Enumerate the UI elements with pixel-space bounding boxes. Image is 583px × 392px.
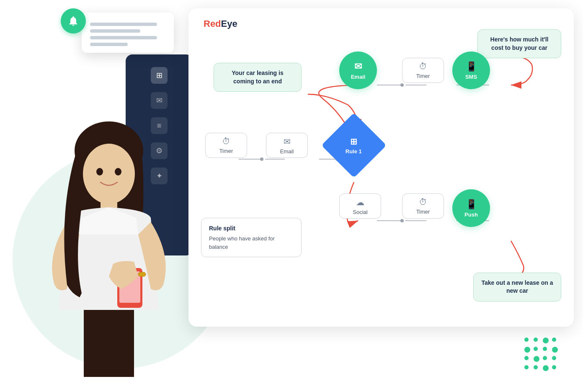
dot-12	[552, 356, 556, 360]
svg-point-2	[83, 144, 135, 204]
timer-bot-icon: ⏱	[419, 197, 427, 207]
bell-icon	[61, 8, 86, 34]
email-mid-icon: ✉	[284, 137, 291, 147]
svg-point-10	[400, 83, 404, 87]
node-timer-top: ⏱ Timer	[402, 58, 444, 83]
dot-grid	[524, 338, 558, 371]
rule1-content: ⊞ Rule 1	[346, 136, 362, 154]
dot-14	[534, 365, 538, 369]
node-timer-bot: ⏱ Timer	[402, 193, 444, 219]
logo-eye: Eye	[221, 18, 237, 29]
svg-point-16	[400, 219, 404, 222]
rule-split-box: Rule split People who have asked for bal…	[201, 218, 302, 257]
svg-point-6	[96, 168, 103, 175]
svg-rect-8	[138, 272, 146, 276]
notification-card	[82, 13, 174, 53]
logo-red: Red	[204, 18, 221, 29]
node-sms-top: 📱 SMS	[452, 52, 490, 89]
dot-10	[534, 356, 539, 362]
logo: Red Eye	[204, 18, 237, 29]
email-top-icon: ✉	[354, 61, 362, 72]
dot-8	[552, 347, 558, 353]
node-push-bot: 📱 Push	[452, 189, 490, 227]
rule-split-description: People who have asked for balance	[209, 235, 294, 251]
dot-1	[524, 338, 529, 342]
timer-top-icon: ⏱	[419, 62, 427, 71]
node-email-mid: ✉ Email	[266, 133, 308, 158]
callout-cost: Here's how much it'll cost to buy your c…	[477, 29, 561, 58]
dot-7	[543, 347, 547, 351]
node-timer-mid: ⏱ Timer	[205, 133, 247, 158]
dot-3	[543, 338, 549, 343]
dot-4	[552, 338, 556, 342]
dot-2	[534, 338, 538, 342]
node-rule1: ⊞ Rule 1	[321, 113, 387, 178]
social-icon: ☁	[356, 197, 364, 207]
sidebar-icon-grid[interactable]: ⊞	[151, 67, 168, 84]
notif-line-3	[90, 36, 157, 39]
notification-area	[65, 13, 174, 53]
notification-lines	[90, 23, 165, 46]
notif-line-1	[90, 23, 157, 26]
dot-11	[543, 356, 547, 360]
callout-new-lease: Take out a new lease on a new car	[473, 273, 561, 302]
notif-line-4	[90, 43, 128, 46]
dot-13	[524, 365, 529, 369]
sms-top-icon: 📱	[466, 61, 477, 72]
svg-point-7	[115, 168, 121, 175]
workflow-area: Red Eye	[188, 8, 574, 327]
node-email-top: ✉ Email	[339, 52, 377, 89]
callout-car-leasing: Your car leasing is coming to an end	[214, 63, 302, 92]
node-social: ☁ Social	[339, 193, 381, 219]
dot-9	[524, 356, 529, 360]
person-area	[8, 92, 209, 377]
dot-15	[543, 365, 549, 371]
notif-line-2	[90, 29, 140, 33]
timer-mid-icon: ⏱	[222, 137, 230, 146]
rule1-icon: ⊞	[350, 136, 357, 146]
dot-5	[524, 347, 530, 353]
push-bot-icon: 📱	[466, 199, 477, 210]
svg-point-22	[260, 157, 263, 161]
dot-6	[534, 347, 538, 351]
rule-split-title: Rule split	[209, 224, 294, 233]
dot-16	[552, 365, 556, 369]
dot-pattern	[524, 338, 558, 371]
